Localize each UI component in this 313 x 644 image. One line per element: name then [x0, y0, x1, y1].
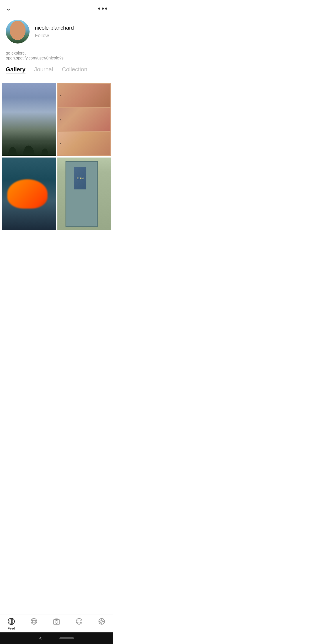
dot-1 [98, 8, 100, 10]
tabs-container: Gallery Journal Collection [0, 66, 113, 77]
poster-element: 51AM [74, 167, 86, 189]
gallery-item-3[interactable] [2, 158, 56, 230]
dot-2 [102, 8, 104, 10]
username-label: nicole-blanchard [35, 25, 74, 31]
film-frame-2 [58, 108, 110, 131]
bio-text: go explore. [6, 51, 26, 55]
film-frame-1 [58, 84, 110, 107]
sunset-cloud-image [2, 158, 56, 230]
profile-section: nicole-blanchard Follow [0, 15, 113, 46]
gallery-item-4[interactable]: 51AM [57, 158, 111, 230]
tab-journal[interactable]: Journal [34, 66, 53, 73]
avatar-image [6, 20, 30, 44]
chevron-down-icon[interactable]: ⌄ [6, 5, 11, 12]
sky-trees-image [2, 83, 56, 156]
door-poster-image: 51AM [57, 158, 111, 230]
avatar[interactable] [6, 20, 30, 44]
film-strip-image [57, 83, 111, 156]
follow-button[interactable]: Follow [35, 33, 74, 39]
bio-link[interactable]: open.spotify.com/user/0nicole?s [6, 56, 107, 60]
bio-section: go explore. open.spotify.com/user/0nicol… [0, 46, 113, 66]
tab-gallery[interactable]: Gallery [6, 66, 26, 73]
tab-collection[interactable]: Collection [62, 66, 87, 73]
film-frame-3 [58, 132, 110, 155]
door-element: 51AM [65, 161, 98, 227]
cloud-element [7, 179, 48, 208]
top-bar: ⌄ [0, 0, 113, 15]
gallery-grid: 51AM [0, 83, 113, 230]
gallery-item-1[interactable] [2, 83, 56, 156]
profile-info: nicole-blanchard Follow [35, 25, 74, 39]
more-options-button[interactable] [98, 8, 107, 10]
gallery-item-2[interactable] [57, 83, 111, 156]
dot-3 [105, 8, 107, 10]
